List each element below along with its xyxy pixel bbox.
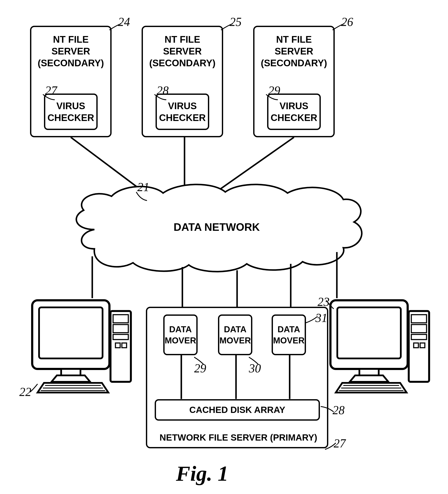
cloud-label: DATA NETWORK: [163, 221, 270, 233]
nt-server-3: NT FILESERVER(SECONDARY) VIRUSCHECKER: [253, 26, 335, 137]
svg-rect-17: [113, 334, 128, 340]
conn-cloud-dm1: [180, 267, 185, 307]
data-mover-3: DATAMOVER: [272, 314, 306, 355]
svg-rect-9: [39, 307, 102, 358]
lead-21: [135, 192, 148, 202]
primary-label: NETWORK FILE SERVER (PRIMARY): [147, 432, 330, 443]
lead-28a: [154, 93, 167, 102]
lead-28b: [321, 407, 335, 414]
svg-rect-19: [122, 343, 127, 348]
svg-rect-10: [61, 369, 80, 375]
conn-dm2-disk: [234, 354, 238, 399]
conn-cloud-ws1: [90, 256, 94, 298]
lead-29a: [266, 93, 279, 102]
svg-rect-21: [337, 307, 401, 358]
lead-25: [221, 24, 234, 32]
data-mover-2: DATAMOVER: [218, 314, 252, 355]
lead-31: [306, 316, 319, 325]
svg-rect-27: [411, 315, 426, 323]
server-title: NT FILESERVER(SECONDARY): [261, 34, 327, 69]
svg-rect-30: [414, 343, 418, 348]
conn-cloud-dm2: [235, 270, 239, 307]
svg-rect-15: [113, 315, 128, 323]
figure-label: Fig. 1: [176, 461, 228, 486]
lead-22: [30, 384, 43, 393]
lead-29b: [194, 357, 205, 366]
data-mover-1: DATAMOVER: [163, 314, 198, 355]
svg-rect-18: [115, 343, 120, 348]
lead-26: [333, 24, 346, 32]
svg-rect-31: [420, 343, 425, 348]
server-title: NT FILESERVER(SECONDARY): [38, 34, 104, 69]
ref-22: 22: [19, 385, 31, 399]
lead-30: [249, 357, 260, 366]
conn-dm3-disk: [287, 354, 292, 399]
conn-cloud-ws2: [335, 252, 339, 298]
svg-rect-16: [113, 324, 128, 333]
svg-rect-29: [411, 334, 426, 340]
conn-server2-cloud: [182, 137, 187, 187]
lead-27a: [43, 93, 56, 102]
lead-27b: [325, 443, 337, 450]
lead-24: [109, 24, 122, 32]
nt-server-1: NT FILESERVER(SECONDARY) VIRUSCHECKER: [30, 26, 112, 137]
workstation-1: [26, 297, 133, 399]
cached-disk-array: CACHED DISK ARRAY: [155, 399, 320, 421]
diagram-canvas: NT FILESERVER(SECONDARY) VIRUSCHECKER 24…: [0, 0, 448, 494]
nt-server-2: NT FILESERVER(SECONDARY) VIRUSCHECKER: [142, 26, 223, 137]
conn-dm1-disk: [179, 354, 184, 399]
workstation-2: [324, 297, 431, 399]
server-title: NT FILESERVER(SECONDARY): [149, 34, 216, 69]
svg-rect-28: [411, 324, 426, 333]
svg-rect-22: [359, 369, 379, 375]
conn-cloud-dm3: [289, 264, 293, 307]
